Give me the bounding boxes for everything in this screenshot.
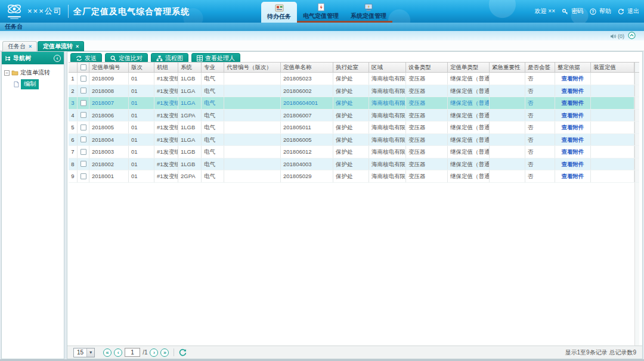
grid-row[interactable]: 9201800101#1发变组2GPA电气201805029保护处海南核电有限公… <box>69 170 639 183</box>
cell-checkbox <box>78 122 89 133</box>
cell-revision: 01 <box>129 158 154 170</box>
welcome-text: 欢迎 ×× <box>535 7 555 15</box>
cell-office: 保护处 <box>333 97 369 109</box>
first-page-button[interactable]: « <box>103 348 112 357</box>
tree-node-compile[interactable]: 编制 <box>14 79 61 89</box>
select-all-checkbox[interactable] <box>80 64 86 70</box>
row-checkbox[interactable] <box>80 76 86 82</box>
tab-taskbench[interactable]: 任务台 × <box>2 41 37 51</box>
cell-setting-basis: 查看附件 <box>555 158 591 170</box>
row-checkbox[interactable] <box>80 173 86 179</box>
view-attachment-link[interactable]: 查看附件 <box>562 173 584 179</box>
grid-row[interactable]: 6201800401#1发变组1LGA电气201806005保护处海南核电有限公… <box>69 134 639 147</box>
view-attachment-link[interactable]: 查看附件 <box>562 148 584 155</box>
cell-device-setting <box>591 97 634 109</box>
help-link[interactable]: 帮助 <box>599 7 611 15</box>
grid-row[interactable]: 1201800901#1发变组1LGB电气201805023保护处海南核电有限公… <box>69 73 639 85</box>
logout-icon <box>618 8 624 15</box>
cell-specialty: 电气 <box>202 110 224 122</box>
cell-unit: #1发变组 <box>154 122 178 133</box>
cell-countersign: 否 <box>525 85 555 97</box>
cell-unit: #1发变组 <box>154 158 178 170</box>
next-page-button[interactable]: › <box>150 348 158 357</box>
cell-setting-basis: 查看附件 <box>555 146 591 158</box>
cell-row-number: 8 <box>69 158 78 170</box>
row-checkbox[interactable] <box>80 112 86 118</box>
tab-close-icon[interactable]: × <box>76 43 79 49</box>
row-checkbox[interactable] <box>80 136 86 142</box>
view-attachment-link[interactable]: 查看附件 <box>562 88 584 94</box>
cell-device-type: 变压器 <box>406 97 448 109</box>
column-header-office: 执行处室 <box>333 63 369 72</box>
view-attachment-link[interactable]: 查看附件 <box>562 99 584 106</box>
cell-sheet-type: 继保定值（普通） <box>448 122 490 133</box>
last-page-button[interactable]: » <box>160 348 169 357</box>
cell-code: 2018008 <box>89 85 129 97</box>
sub-header-strip: (0) <box>0 31 644 41</box>
column-header-code: 定值单编号 <box>89 63 129 72</box>
company-logo-icon <box>5 2 23 21</box>
view-attachment-link[interactable]: 查看附件 <box>562 124 584 130</box>
nav-item-electrical-setting[interactable]: 电气定值管理 <box>297 0 345 23</box>
cell-checkbox <box>78 110 89 122</box>
view-attachment-link[interactable]: 查看附件 <box>562 75 584 82</box>
prev-page-button[interactable]: ‹ <box>114 348 122 357</box>
refresh-icon[interactable] <box>179 348 187 356</box>
view-attachment-link[interactable]: 查看附件 <box>562 112 584 119</box>
cell-replaced-code <box>224 97 281 109</box>
cell-sheet-type: 继保定值（普通） <box>448 146 490 158</box>
nav-item-system-setting[interactable]: 系统定值管理 <box>345 0 392 23</box>
row-checkbox[interactable] <box>80 149 86 155</box>
view-attachment-link[interactable]: 查看附件 <box>562 136 584 143</box>
button-label: 发送 <box>85 54 97 63</box>
collapse-sidebar-icon[interactable]: ‹ <box>54 55 61 62</box>
row-checkbox[interactable] <box>80 88 86 94</box>
cell-spacer <box>634 122 639 133</box>
row-checkbox[interactable] <box>80 161 86 167</box>
cell-row-number: 9 <box>69 170 78 182</box>
grid-row[interactable]: 8201800201#1发变组1LGB电气201804003保护处海南核电有限公… <box>69 158 639 171</box>
cell-replaced-code <box>224 158 281 170</box>
logout-link[interactable]: 退出 <box>627 7 639 15</box>
tab-close-icon[interactable]: × <box>29 43 32 49</box>
password-link[interactable]: 密码 <box>571 7 583 15</box>
cell-setting-basis: 查看附件 <box>555 110 591 122</box>
view-attachment-link[interactable]: 查看附件 <box>562 161 584 167</box>
tree-collapse-icon[interactable]: − <box>4 70 10 76</box>
grid-row[interactable]: 7201800301#1发变组1LGB电气201806012保护处海南核电有限公… <box>69 146 639 158</box>
cell-urgency <box>490 97 525 109</box>
sound-icon[interactable]: (0) <box>610 33 624 39</box>
cell-sheet-type: 继保定值（普通） <box>448 97 490 109</box>
cell-checkbox <box>78 158 89 170</box>
row-checkbox[interactable] <box>80 125 86 130</box>
cell-office: 保护处 <box>333 85 369 97</box>
row-checkbox[interactable] <box>80 100 86 106</box>
cell-checkbox <box>78 134 89 146</box>
cell-sheet-name: 201805023 <box>281 73 333 85</box>
records-summary: 显示1至9条记录 总记录数9 <box>565 348 636 357</box>
app-header: ×××公司 全厂定值及电气综合管理系统 待办任务 电气定值管理 <box>0 0 644 23</box>
navigation-sidebar: 导航树 ‹ − 定值单流转 编制 <box>1 51 64 359</box>
cell-row-number: 3 <box>69 97 78 109</box>
tab-setting-sheet-flow[interactable]: 定值单流转 × <box>38 41 84 51</box>
cell-specialty: 电气 <box>202 97 224 109</box>
cell-office: 保护处 <box>333 110 369 122</box>
page-size-select[interactable]: 15 ▼ <box>73 348 95 357</box>
cell-row-number: 1 <box>69 73 78 85</box>
cell-replaced-code <box>224 134 281 146</box>
tree-node-root[interactable]: − 定值单流转 <box>4 69 61 77</box>
header-divider <box>68 5 69 18</box>
cell-replaced-code <box>224 122 281 133</box>
grid-row[interactable]: 4201800601#1发变组1GPA电气201806007保护处海南核电有限公… <box>69 110 639 122</box>
page-number-input[interactable] <box>125 348 140 357</box>
cell-specialty: 电气 <box>202 122 224 133</box>
cell-revision: 01 <box>129 85 154 97</box>
grid-row[interactable]: 2201800801#1发变组1LGA电气201806002保护处海南核电有限公… <box>69 85 639 98</box>
cell-setting-basis: 查看附件 <box>555 134 591 146</box>
cell-unit: #1发变组 <box>154 146 178 158</box>
collapse-panel-icon[interactable] <box>628 32 636 41</box>
grid-row[interactable]: 3201800701#1发变组1LGA电气20180604001保护处海南核电有… <box>69 97 639 110</box>
cell-sheet-type: 继保定值（普通） <box>448 170 490 182</box>
nav-item-todo-tasks[interactable]: 待办任务 <box>261 2 297 23</box>
grid-row[interactable]: 5201800501#1发变组1LGB电气201805011保护处海南核电有限公… <box>69 122 639 134</box>
